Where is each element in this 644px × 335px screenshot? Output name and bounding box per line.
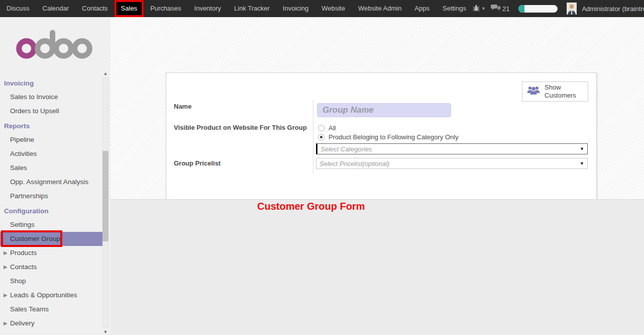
select-pricelist-dropdown[interactable]: Select Pricelist(optional) ▼ xyxy=(316,158,588,169)
sidebar-item-partnerships[interactable]: Partnerships xyxy=(0,189,102,203)
customers-group-icon xyxy=(526,85,541,98)
progress-pill xyxy=(518,5,558,13)
radio-category-selected-icon[interactable] xyxy=(318,134,325,140)
show-customers-label: Show Customers xyxy=(545,83,584,100)
top-menu-purchases[interactable]: Purchases xyxy=(144,0,187,17)
group-pricelist-field-label: Group Pricelist xyxy=(174,159,221,167)
scroll-up-icon[interactable]: ▲ xyxy=(102,70,109,76)
dropdown-arrow-icon: ▼ xyxy=(580,161,584,166)
radio-all-icon[interactable] xyxy=(318,125,325,131)
app-window: Discuss Calendar Contacts Sales Purchase… xyxy=(0,0,644,335)
group-name-input[interactable] xyxy=(317,103,451,117)
section-title-configuration: Configuration xyxy=(0,203,102,218)
expand-caret-icon: ▶ xyxy=(4,260,8,274)
sidebar-item-products[interactable]: ▶ Products xyxy=(0,246,102,260)
sidebar-item-shop[interactable]: Shop xyxy=(0,274,102,288)
visible-product-field-label: Visible Product on Website For This Grou… xyxy=(174,124,307,131)
section-title-reports: Reports xyxy=(0,118,102,133)
sidebar-item-delivery[interactable]: ▶ Delivery xyxy=(0,316,102,330)
sidebar-item-leads-label: Leads & Opportunities xyxy=(10,291,77,299)
sidebar-item-leads-opportunities[interactable]: ▶ Leads & Opportunities xyxy=(0,288,102,302)
top-menu-invoicing[interactable]: Invoicing xyxy=(276,0,315,17)
expand-caret-icon: ▶ xyxy=(4,246,8,260)
top-menu-website[interactable]: Website xyxy=(315,0,352,17)
sidebar-item-orders-to-upsell[interactable]: Orders to Upsell xyxy=(0,104,102,118)
top-navbar: Discuss Calendar Contacts Sales Purchase… xyxy=(0,0,644,17)
select-categories-placeholder: Select Categories xyxy=(320,145,372,153)
radio-category-label: Product Beloging to Following Category O… xyxy=(329,133,459,141)
user-menu[interactable]: Administrator (braintree) ▼ xyxy=(582,5,644,13)
radio-all-label: All xyxy=(329,124,336,132)
top-menu-link-tracker[interactable]: Link Tracker xyxy=(228,0,276,17)
progress-fill xyxy=(518,5,524,13)
odoo-logo[interactable] xyxy=(0,17,111,70)
dropdown-arrow-icon: ▼ xyxy=(580,146,584,151)
sidebar-item-sales-to-invoice[interactable]: Sales to Invoice xyxy=(0,90,102,104)
section-title-invoicing: Invoicing xyxy=(0,75,102,90)
debug-caret-icon: ▼ xyxy=(481,6,486,11)
sidebar-item-customer-group-label: Customer Group xyxy=(10,235,60,242)
top-menu-settings[interactable]: Settings xyxy=(436,0,473,17)
sidebar-item-customer-group[interactable]: Customer Group xyxy=(0,232,102,246)
top-menu-discuss[interactable]: Discuss xyxy=(0,0,36,17)
sidebar-item-settings[interactable]: Settings xyxy=(0,218,102,232)
sidebar-item-delivery-label: Delivery xyxy=(10,319,35,327)
main-area: Customer Group / New Save Discard xyxy=(111,17,644,335)
name-field-label: Name xyxy=(174,103,191,110)
annotation-caption: Customer Group Form xyxy=(257,201,365,212)
scroll-down-icon[interactable]: ▼ xyxy=(102,329,109,335)
sidebar-item-contacts[interactable]: ▶ Contacts xyxy=(0,260,102,274)
sidebar-item-opp-assignment-analysis[interactable]: Opp. Assignment Analysis xyxy=(0,175,102,189)
annotation-strip: Customer Group Form xyxy=(111,199,644,335)
top-menu-website-admin[interactable]: Website Admin xyxy=(352,0,408,17)
sidebar: Invoicing Sales to Invoice Orders to Ups… xyxy=(0,17,111,335)
sidebar-item-pipeline[interactable]: Pipeline xyxy=(0,133,102,147)
top-menu-contacts[interactable]: Contacts xyxy=(75,0,114,17)
radio-option-all[interactable]: All xyxy=(318,124,336,132)
top-menu-inventory[interactable]: Inventory xyxy=(188,0,228,17)
form-column-separator xyxy=(313,100,313,174)
message-count: 21 xyxy=(502,5,509,13)
debug-menu[interactable]: ▼ xyxy=(473,5,486,13)
select-categories-dropdown[interactable]: Select Categories ▼ xyxy=(316,143,588,154)
messages-indicator[interactable]: 21 xyxy=(491,4,509,13)
bug-icon xyxy=(473,5,480,13)
show-customers-button[interactable]: Show Customers xyxy=(522,81,588,102)
chat-bubbles-icon xyxy=(491,4,501,13)
user-name: Administrator (braintree) xyxy=(582,5,644,13)
expand-caret-icon: ▶ xyxy=(4,316,8,330)
sidebar-item-sales[interactable]: Sales xyxy=(0,161,102,175)
radio-option-category-only[interactable]: Product Beloging to Following Category O… xyxy=(318,133,459,141)
user-avatar xyxy=(567,3,577,15)
sidebar-item-contacts-label: Contacts xyxy=(10,263,37,271)
sidebar-item-sales-teams[interactable]: Sales Teams xyxy=(0,302,102,316)
sidebar-scrollbar[interactable]: ▲ ▼ xyxy=(102,70,109,335)
top-menu-sales-active[interactable]: Sales xyxy=(115,0,144,17)
sidebar-item-products-label: Products xyxy=(10,249,37,257)
form-content: Show Customers Name Visible Product on W… xyxy=(111,65,644,199)
select-pricelist-placeholder: Select Pricelist(optional) xyxy=(319,160,389,168)
sidebar-menu: Invoicing Sales to Invoice Orders to Ups… xyxy=(0,70,102,330)
expand-caret-icon: ▶ xyxy=(4,288,8,302)
top-menu-apps[interactable]: Apps xyxy=(408,0,436,17)
scrollbar-thumb[interactable] xyxy=(102,151,109,241)
top-menu-calendar[interactable]: Calendar xyxy=(36,0,76,17)
sidebar-item-activities[interactable]: Activities xyxy=(0,147,102,161)
topbar-right-tools: ▼ 21 Administrator (braintree) ▼ xyxy=(473,3,644,15)
top-menu-list: Discuss Calendar Contacts Sales Purchase… xyxy=(0,0,473,17)
